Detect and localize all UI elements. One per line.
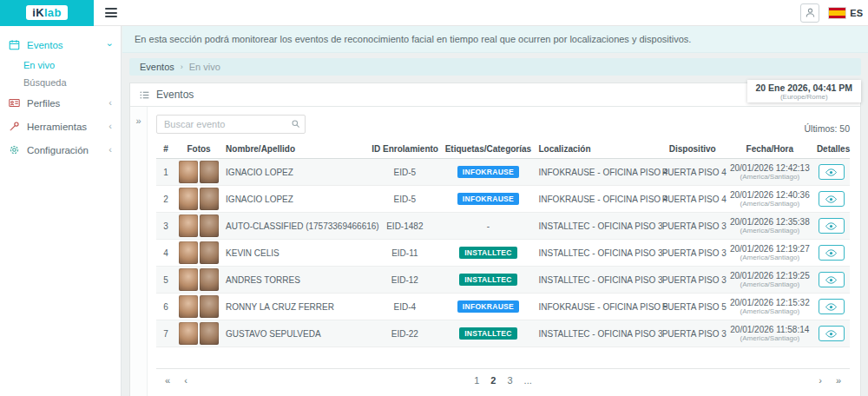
- sidebar-item-label: Configuración: [27, 145, 89, 155]
- face-photo: [179, 188, 198, 210]
- user-account-button[interactable]: [800, 3, 819, 23]
- panel-title-label: Eventos: [156, 89, 194, 101]
- breadcrumb-item-en-vivo: En vivo: [189, 62, 220, 72]
- row-tag: INSTALLTEC: [441, 240, 535, 267]
- language-code: ES: [850, 8, 863, 18]
- search-input[interactable]: [156, 115, 306, 134]
- id-card-icon: [9, 97, 20, 109]
- panel-gutter: »: [130, 107, 148, 396]
- col-dispositivo: Dispositivo: [659, 140, 727, 159]
- prev-page-button[interactable]: ‹: [184, 375, 187, 386]
- row-location: INFOKRAUSE - OFICINA PISO 5: [536, 294, 659, 320]
- row-datetime: 20/01/2026 12:42:13(America/Santiago): [727, 159, 813, 186]
- view-details-button[interactable]: [819, 218, 845, 234]
- face-photo: [179, 214, 198, 237]
- language-selector[interactable]: ES: [828, 7, 863, 19]
- tools-icon: [9, 121, 20, 132]
- breadcrumb-item-eventos[interactable]: Eventos: [140, 62, 174, 72]
- table-row: 6 RONNY LA CRUZ FERRER EID-4 INFOKRAUSE …: [156, 294, 850, 320]
- row-details: [813, 159, 850, 186]
- latest-count-label: Últimos: 50: [804, 123, 850, 134]
- col-etiquetas: Etiquetas/Categorías: [441, 140, 535, 159]
- row-name: IGNACIO LOPEZ: [222, 186, 368, 213]
- row-tag: INSTALLTEC: [441, 320, 535, 347]
- col-detalles: Detalles: [813, 140, 850, 159]
- sidebar-item-en-vivo[interactable]: En vivo: [0, 56, 121, 74]
- pagination-pages: 1 2 3 ...: [474, 375, 532, 386]
- row-number: 6: [156, 294, 175, 320]
- tag-badge: INSTALLTEC: [459, 247, 517, 259]
- sidebar-item-configuracion[interactable]: Configuración ‹: [0, 138, 121, 162]
- row-enrollment-id: EID-5: [368, 186, 441, 213]
- col-localizacion: Localización: [536, 140, 659, 159]
- events-table: # Fotos Nombre/Apellido ID Enrolamiento …: [156, 140, 850, 347]
- row-tag: INFOKRAUSE: [441, 186, 535, 213]
- face-photo: [200, 295, 219, 318]
- view-details-button[interactable]: [819, 326, 845, 341]
- app-logo[interactable]: iKlab: [26, 5, 67, 20]
- row-number: 5: [156, 267, 175, 294]
- panel-header: Eventos 20 Ene 2026, 04:41 PM (Europe/Ro…: [130, 83, 860, 107]
- chevron-down-icon: ›: [106, 43, 115, 47]
- row-datetime: 20/01/2026 11:58:14(America/Santiago): [727, 320, 813, 347]
- tag-badge: INFOKRAUSE: [457, 300, 519, 313]
- row-enrollment-id: EID-11: [368, 240, 441, 267]
- tag-badge: INSTALLTEC: [459, 274, 517, 286]
- view-details-button[interactable]: [819, 191, 845, 207]
- col-fecha: Fecha/Hora: [727, 140, 813, 159]
- row-name: ANDRES TORRES: [222, 267, 368, 294]
- row-tag: -: [441, 213, 535, 240]
- row-details: [813, 267, 850, 294]
- view-details-button[interactable]: [819, 164, 845, 180]
- page-button-2[interactable]: 2: [490, 375, 496, 386]
- search-icon: [291, 119, 300, 129]
- breadcrumb-separator-icon: ›: [181, 63, 183, 71]
- table-toolbar: Últimos: 50: [156, 115, 850, 134]
- sidebar-item-eventos[interactable]: Eventos ›: [0, 33, 121, 56]
- first-page-button[interactable]: «: [165, 375, 170, 386]
- sidebar-item-label: Perfiles: [27, 98, 60, 109]
- gear-icon: [9, 144, 20, 155]
- row-location: INSTALLTEC - OFICINA PISO 3: [536, 320, 659, 347]
- table-row: 4 KEVIN CELIS EID-11 INSTALLTEC INSTALLT…: [156, 240, 850, 267]
- page-button-3[interactable]: 3: [507, 375, 512, 386]
- expand-panel-toggle[interactable]: »: [135, 116, 141, 126]
- row-datetime: 20/01/2026 12:35:38(America/Santiago): [727, 213, 813, 240]
- row-number: 4: [156, 240, 175, 267]
- row-name: RONNY LA CRUZ FERRER: [222, 294, 368, 320]
- table-row: 3 AUTO-CLASSIFIED (17573369466616) EID-1…: [156, 213, 850, 240]
- row-device: PUERTA PISO 4: [659, 186, 727, 213]
- sidebar-item-busqueda[interactable]: Búsqueda: [0, 74, 121, 91]
- tag-badge: INFOKRAUSE: [457, 166, 519, 178]
- next-page-button[interactable]: ›: [819, 375, 822, 386]
- row-enrollment-id: EID-22: [368, 320, 441, 347]
- sidebar-item-herramientas[interactable]: Herramientas ‹: [0, 115, 121, 138]
- view-details-button[interactable]: [819, 245, 845, 261]
- row-device: PUERTA PISO 4: [659, 159, 727, 186]
- row-number: 2: [156, 186, 175, 213]
- last-page-button[interactable]: »: [836, 375, 841, 386]
- topbar-actions: ES: [800, 3, 868, 23]
- hamburger-menu-icon[interactable]: [103, 5, 119, 20]
- search-box: [156, 115, 306, 134]
- sidebar-item-label: Eventos: [27, 40, 63, 50]
- logo-area: iKlab: [0, 0, 94, 26]
- row-details: [813, 186, 850, 213]
- face-photo: [179, 322, 198, 345]
- panel-title: Eventos: [139, 89, 194, 101]
- list-icon: [139, 89, 150, 101]
- sidebar-item-perfiles[interactable]: Perfiles ‹: [0, 91, 121, 115]
- row-enrollment-id: EID-1482: [368, 213, 441, 240]
- row-photos: [175, 267, 222, 294]
- view-details-button[interactable]: [819, 299, 845, 314]
- spain-flag-icon: [828, 7, 846, 19]
- row-device: PUERTA PISO 3: [659, 240, 727, 267]
- face-photo: [200, 322, 219, 345]
- row-photos: [175, 240, 222, 267]
- row-photos: [175, 159, 222, 186]
- chevron-left-icon: ‹: [108, 122, 112, 131]
- chevron-left-icon: ‹: [108, 98, 112, 108]
- row-device: PUERTA PISO 5: [659, 294, 727, 320]
- page-button-1[interactable]: 1: [474, 375, 479, 386]
- view-details-button[interactable]: [819, 272, 845, 287]
